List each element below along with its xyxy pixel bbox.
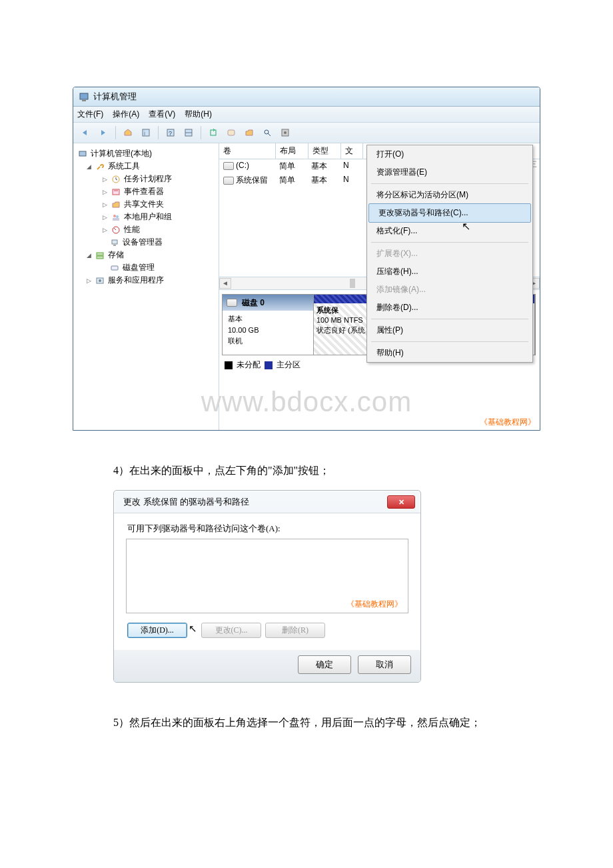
menu-file[interactable]: 文件(F) bbox=[77, 109, 103, 120]
col-fs[interactable]: 文 bbox=[341, 143, 363, 159]
scroll-left-button[interactable]: ◄ bbox=[219, 278, 231, 289]
drive-paths-listbox[interactable]: 《基础教程网》 bbox=[126, 539, 408, 613]
clock-icon bbox=[111, 174, 121, 185]
legend-swatch-unallocated bbox=[225, 361, 233, 369]
tree-label: 设备管理器 bbox=[123, 237, 163, 248]
svg-rect-26 bbox=[111, 266, 118, 270]
disk-status: 联机 bbox=[228, 335, 308, 347]
svg-rect-14 bbox=[79, 151, 86, 156]
vol-fs: N bbox=[339, 159, 360, 173]
disk-name: 磁盘 0 bbox=[242, 297, 265, 309]
tree-label: 任务计划程序 bbox=[124, 173, 172, 185]
tools-icon bbox=[95, 161, 105, 172]
forward-button[interactable] bbox=[95, 125, 111, 141]
menu-help[interactable]: 帮助(H) bbox=[367, 344, 532, 362]
dialog-label: 可用下列驱动器号和路径访问这个卷(A): bbox=[127, 523, 408, 535]
menu-help[interactable]: 帮助(H) bbox=[185, 109, 212, 120]
properties-button[interactable]: i bbox=[138, 125, 154, 141]
close-button[interactable]: ✕ bbox=[387, 495, 415, 509]
expander-icon[interactable]: ▷ bbox=[85, 277, 92, 284]
menu-mark-active[interactable]: 将分区标记为活动分区(M) bbox=[367, 186, 532, 204]
dialog-footer: 确定 取消 bbox=[114, 650, 420, 682]
expander-icon[interactable]: ◢ bbox=[85, 252, 92, 259]
menu-delete[interactable]: 删除卷(D)... bbox=[367, 299, 532, 317]
menu-separator bbox=[371, 242, 528, 243]
menu-action[interactable]: 操作(A) bbox=[113, 109, 139, 120]
svg-text:?: ? bbox=[169, 130, 172, 137]
change-button: 更改(C)... bbox=[201, 623, 261, 638]
scroll-button[interactable] bbox=[223, 125, 239, 141]
menu-format[interactable]: 格式化(F)... bbox=[367, 222, 532, 240]
right-pane: 卷 布局 类型 文 (C:) 简单 基本 N 系统保留 简单 基本 N 储 bbox=[219, 143, 540, 430]
menu-open[interactable]: 打开(O) bbox=[367, 145, 532, 163]
tree-pane[interactable]: 计算机管理(本地) ◢ 系统工具 ▷ 任务计划程序 ▷ 事件查看器 ▷ 共享文件… bbox=[73, 143, 219, 430]
expander-icon[interactable]: ◢ bbox=[85, 163, 92, 170]
dialog-body: 可用下列驱动器号和路径访问这个卷(A): 《基础教程网》 添加(D)...↖ 更… bbox=[114, 513, 420, 650]
tree-label: 事件查看器 bbox=[124, 186, 164, 197]
up-button[interactable] bbox=[120, 125, 136, 141]
tree-local-users[interactable]: ▷ 本地用户和组 bbox=[76, 211, 216, 223]
cancel-button[interactable]: 取消 bbox=[358, 655, 411, 674]
back-button[interactable] bbox=[77, 125, 93, 141]
col-type[interactable]: 类型 bbox=[308, 143, 341, 159]
expander-icon[interactable]: ▷ bbox=[101, 214, 108, 221]
cursor-icon: ↖ bbox=[462, 220, 470, 233]
tree-disk-mgmt[interactable]: 磁盘管理 bbox=[76, 261, 216, 274]
svg-rect-23 bbox=[113, 245, 116, 246]
col-volume[interactable]: 卷 bbox=[219, 143, 276, 159]
disk-icon bbox=[227, 299, 237, 307]
show-hide-button[interactable] bbox=[181, 125, 197, 141]
tree-label: 系统工具 bbox=[108, 161, 140, 172]
legend-label: 未分配 bbox=[237, 359, 261, 371]
tree-task-scheduler[interactable]: ▷ 任务计划程序 bbox=[76, 173, 216, 185]
toolbar-separator bbox=[158, 126, 159, 139]
ok-button[interactable]: 确定 bbox=[298, 655, 351, 674]
computer-icon bbox=[77, 149, 88, 159]
dialog-title-bar[interactable]: 更改 系统保留 的驱动器号和路径 ✕ bbox=[114, 491, 420, 513]
expander-icon[interactable]: ▷ bbox=[101, 189, 108, 195]
disk-icon bbox=[109, 263, 120, 273]
tree-storage[interactable]: ◢ 存储 bbox=[76, 249, 216, 261]
expander-icon[interactable]: ▷ bbox=[101, 176, 108, 183]
scroll-thumb[interactable] bbox=[350, 279, 355, 288]
svg-text:i: i bbox=[144, 130, 145, 137]
legend-swatch-primary bbox=[265, 361, 273, 369]
search-button[interactable] bbox=[259, 125, 275, 141]
refresh-button[interactable] bbox=[205, 125, 221, 141]
menu-bar: 文件(F) 操作(A) 查看(V) 帮助(H) bbox=[73, 107, 540, 123]
menu-change-drive-letter[interactable]: 更改驱动器号和路径(C)... bbox=[368, 203, 531, 223]
legend-label: 主分区 bbox=[277, 359, 301, 371]
vol-name: 系统保留 bbox=[236, 175, 268, 185]
col-layout[interactable]: 布局 bbox=[276, 143, 308, 159]
disk-info[interactable]: 磁盘 0 基本 10.00 GB 联机 bbox=[223, 295, 314, 355]
expander-icon[interactable]: ▷ bbox=[101, 201, 108, 208]
cursor-icon: ↖ bbox=[189, 623, 197, 638]
folder-button[interactable] bbox=[241, 125, 257, 141]
menu-explorer[interactable]: 资源管理器(E) bbox=[367, 163, 532, 181]
tree-root[interactable]: 计算机管理(本地) bbox=[76, 147, 216, 160]
tree-event-viewer[interactable]: ▷ 事件查看器 bbox=[76, 185, 216, 198]
tutorial-link[interactable]: 《基础教程网》 bbox=[346, 599, 402, 610]
add-button[interactable]: 添加(D)... bbox=[127, 623, 187, 638]
svg-rect-24 bbox=[97, 253, 103, 255]
settings-button[interactable] bbox=[277, 125, 293, 141]
tutorial-link[interactable]: 《基础教程网》 bbox=[480, 417, 536, 428]
tree-shared-folders[interactable]: ▷ 共享文件夹 bbox=[76, 198, 216, 211]
menu-shrink[interactable]: 压缩卷(H)... bbox=[367, 263, 532, 281]
tree-services[interactable]: ▷ 服务和应用程序 bbox=[76, 274, 216, 287]
menu-view[interactable]: 查看(V) bbox=[149, 109, 175, 120]
svg-line-11 bbox=[268, 133, 271, 136]
menu-properties[interactable]: 属性(P) bbox=[367, 321, 532, 339]
help-button[interactable]: ? bbox=[163, 125, 179, 141]
title-bar[interactable]: 计算机管理 bbox=[73, 87, 540, 107]
expander-icon[interactable]: ▷ bbox=[101, 227, 108, 233]
svg-point-28 bbox=[99, 279, 101, 282]
tree-performance[interactable]: ▷ 性能 bbox=[76, 223, 216, 236]
tree-device-manager[interactable]: 设备管理器 bbox=[76, 236, 216, 249]
tree-systools[interactable]: ◢ 系统工具 bbox=[76, 160, 216, 173]
svg-point-19 bbox=[116, 215, 119, 218]
disk-type: 基本 bbox=[228, 313, 308, 325]
performance-icon bbox=[111, 225, 121, 235]
disk-header: 磁盘 0 bbox=[223, 295, 313, 311]
vol-type: 基本 bbox=[307, 159, 339, 173]
